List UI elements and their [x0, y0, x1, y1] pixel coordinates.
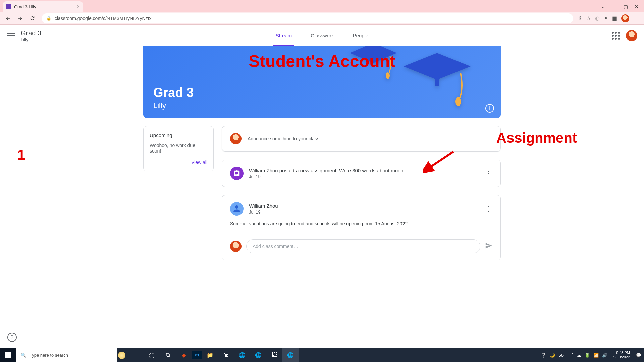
- search-placeholder: Type here to search: [30, 353, 68, 358]
- browser-menu-icon[interactable]: ⋮: [633, 15, 639, 21]
- class-name: Grad 3: [21, 29, 41, 37]
- browser-toolbar: 🔒 classroom.google.com/c/NTM3MTIyNDYyNzI…: [0, 12, 644, 25]
- tab-title: Grad 3 Lilly: [14, 4, 74, 9]
- class-title-block[interactable]: Grad 3 Lilly: [21, 29, 41, 42]
- announcement-post[interactable]: William Zhou Jul 19 ⋮ Summer vacations a…: [222, 195, 501, 260]
- comment-input[interactable]: Add class comment…: [246, 239, 480, 253]
- file-explorer-icon[interactable]: 📁: [202, 348, 218, 362]
- clock-time: 9:45 PM: [613, 351, 630, 355]
- wifi-icon[interactable]: 📶: [593, 353, 599, 358]
- announce-placeholder: Announce something to your class: [248, 136, 319, 141]
- taskbar-app-icon[interactable]: ⧉: [160, 348, 176, 362]
- tab-people[interactable]: People: [350, 25, 371, 46]
- forward-button[interactable]: [15, 14, 25, 23]
- close-window-icon[interactable]: ✕: [635, 4, 639, 9]
- browser-tab[interactable]: Grad 3 Lilly ×: [3, 1, 83, 12]
- view-all-link[interactable]: View all: [150, 160, 207, 165]
- upcoming-heading: Upcoming: [150, 132, 207, 138]
- tab-search-icon[interactable]: ⌄: [601, 4, 605, 9]
- task-view-icon[interactable]: ◯: [144, 348, 160, 362]
- share-icon[interactable]: ⇪: [578, 15, 582, 21]
- svg-rect-7: [5, 352, 8, 355]
- banner-decoration: [346, 46, 400, 81]
- help-button[interactable]: ?: [7, 333, 17, 342]
- store-icon[interactable]: 🛍: [218, 348, 234, 362]
- comment-bar: Add class comment…: [230, 233, 492, 253]
- arrow-left-icon: [5, 15, 11, 21]
- new-tab-button[interactable]: +: [83, 4, 93, 12]
- info-icon[interactable]: i: [485, 104, 494, 113]
- post-date: Jul 19: [249, 209, 479, 215]
- photoshop-icon[interactable]: Ps: [192, 351, 202, 359]
- upcoming-card: Upcoming Woohoo, no work due soon! View …: [143, 126, 214, 171]
- app-icon[interactable]: 🖼: [266, 348, 282, 362]
- account-avatar[interactable]: [626, 30, 637, 41]
- extensions-puzzle-icon[interactable]: ✦: [604, 15, 608, 21]
- onedrive-icon[interactable]: ☁: [577, 353, 581, 358]
- weather-temp[interactable]: 56°F: [558, 353, 568, 358]
- weather-moon-icon[interactable]: 🌙: [550, 353, 555, 358]
- url-text: classroom.google.com/c/NTM3MTIyNDYyNzIx: [55, 16, 152, 21]
- start-button[interactable]: [0, 348, 16, 362]
- comment-placeholder: Add class comment…: [253, 244, 298, 249]
- svg-line-5: [428, 152, 453, 168]
- battery-icon[interactable]: 🔋: [585, 353, 590, 358]
- browser-tab-strip: Grad 3 Lilly × + ⌄ — ▢ ✕: [0, 0, 644, 12]
- upcoming-message: Woohoo, no work due soon!: [150, 143, 207, 154]
- browser-profile-avatar[interactable]: [621, 14, 629, 22]
- windows-taskbar: 🔍 Type here to search ◯ ⧉ ◆ Ps 📁 🛍 🌐 🌐 🖼…: [0, 348, 644, 362]
- chrome-alt-icon[interactable]: 🌐: [250, 348, 266, 362]
- reload-icon: [30, 15, 35, 21]
- tray-help-icon[interactable]: ❔: [541, 353, 546, 358]
- svg-rect-1: [435, 66, 439, 86]
- google-apps-icon[interactable]: [612, 32, 620, 40]
- svg-point-6: [235, 205, 238, 209]
- minimize-icon[interactable]: —: [612, 4, 617, 9]
- address-bar[interactable]: 🔒 classroom.google.com/c/NTM3MTIyNDYyNzI…: [42, 13, 573, 23]
- class-section: Lilly: [21, 37, 41, 42]
- svg-rect-9: [5, 355, 8, 358]
- taskbar-widget-icon[interactable]: [117, 349, 144, 361]
- reload-button[interactable]: [28, 14, 37, 23]
- main-menu-button[interactable]: [7, 32, 15, 40]
- tab-stream[interactable]: Stream: [273, 25, 294, 46]
- chrome-icon[interactable]: 🌐: [234, 348, 250, 362]
- annotation-arrow: [423, 150, 457, 173]
- annotation-overlay: Assignment: [496, 130, 577, 146]
- search-icon: 🔍: [21, 353, 26, 358]
- clock-date: 9/10/2022: [613, 355, 630, 359]
- header-tabs: Stream Classwork People: [273, 25, 371, 46]
- app-header: Grad 3 Lilly Stream Classwork People: [0, 25, 644, 46]
- post-more-icon[interactable]: ⋮: [484, 205, 492, 213]
- tab-classwork[interactable]: Classwork: [308, 25, 336, 46]
- annotation-number: 1: [17, 147, 25, 163]
- class-banner: Grad 3 Lilly i Student's Account: [143, 46, 501, 118]
- assignment-icon: [230, 167, 244, 180]
- post-author: William Zhou: [249, 203, 479, 209]
- notifications-icon[interactable]: 💬: [636, 353, 641, 358]
- svg-marker-3: [350, 46, 397, 63]
- taskbar-apps: ◯ ⧉ ◆ Ps 📁 🛍 🌐 🌐 🖼 🌐: [144, 348, 299, 362]
- bookmark-icon[interactable]: ☆: [586, 15, 591, 21]
- post-more-icon[interactable]: ⋮: [484, 169, 492, 177]
- tray-chevron-icon[interactable]: ˄: [571, 353, 574, 358]
- maximize-icon[interactable]: ▢: [624, 4, 628, 9]
- author-avatar: [230, 202, 244, 216]
- user-avatar: [230, 133, 241, 144]
- office-icon[interactable]: ◆: [176, 348, 192, 362]
- close-tab-icon[interactable]: ×: [77, 4, 80, 10]
- lock-icon: 🔒: [46, 16, 51, 21]
- tab-favicon: [6, 4, 11, 9]
- taskbar-search[interactable]: 🔍 Type here to search: [16, 348, 117, 362]
- assignment-post[interactable]: William Zhou posted a new assignment: Wr…: [222, 160, 501, 187]
- system-tray: ❔ 🌙 56°F ˄ ☁ 🔋 📶 🔊 9:45 PM 9/10/2022 💬: [541, 351, 644, 359]
- send-icon[interactable]: [485, 242, 492, 251]
- back-button[interactable]: [3, 14, 13, 23]
- chrome-active-icon[interactable]: 🌐: [282, 348, 299, 362]
- extension-icon[interactable]: ◐: [595, 15, 600, 21]
- taskbar-clock[interactable]: 9:45 PM 9/10/2022: [611, 351, 633, 359]
- sidepanel-icon[interactable]: ▣: [612, 15, 617, 21]
- post-body: Summer vacations are going to end and sc…: [230, 221, 492, 226]
- announce-composer[interactable]: Announce something to your class Assignm…: [222, 126, 501, 152]
- volume-icon[interactable]: 🔊: [602, 353, 607, 358]
